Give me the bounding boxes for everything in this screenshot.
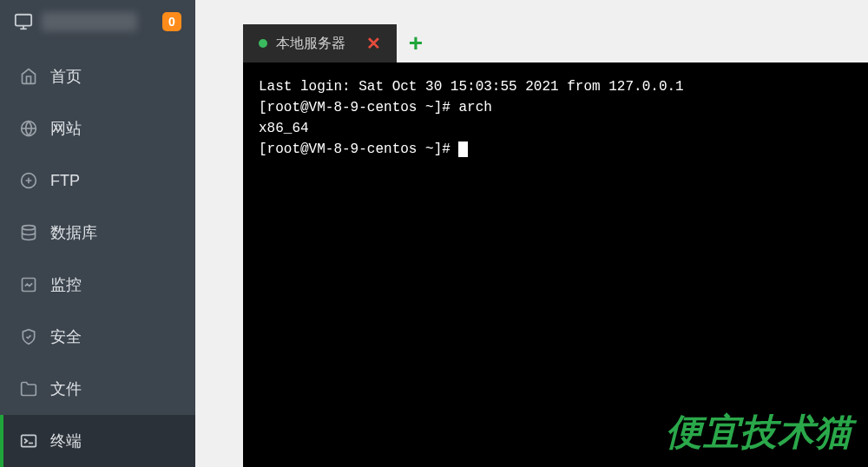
sidebar-item-home[interactable]: 首页 (0, 50, 195, 102)
shield-icon (19, 328, 38, 345)
svg-rect-8 (22, 435, 36, 446)
globe-icon (19, 120, 38, 137)
terminal-prompt: [root@VM-8-9-centos ~]# (259, 141, 458, 157)
add-tab-button[interactable]: + (397, 24, 435, 62)
chart-icon (19, 276, 38, 293)
terminal-line: Last login: Sat Oct 30 15:03:55 2021 fro… (259, 79, 684, 95)
sidebar-item-security[interactable]: 安全 (0, 311, 195, 363)
sidebar-item-monitor[interactable]: 监控 (0, 259, 195, 311)
database-icon (19, 224, 38, 241)
terminal-cursor (458, 141, 468, 157)
sidebar-item-ftp[interactable]: FTP (0, 155, 195, 207)
sidebar-item-terminal[interactable]: 终端 (0, 415, 195, 467)
sidebar-item-website[interactable]: 网站 (0, 102, 195, 155)
sidebar-item-label: 安全 (50, 326, 82, 347)
monitor-icon (14, 12, 33, 31)
tab-label: 本地服务器 (276, 35, 345, 53)
main-content: 本地服务器 ✕ + Last login: Sat Oct 30 15:03:5… (195, 0, 868, 467)
sidebar: 0 首页 网站 FTP (0, 0, 195, 467)
sidebar-header: 0 (0, 0, 195, 43)
tab-local-server[interactable]: 本地服务器 ✕ (243, 24, 397, 62)
terminal-icon (19, 432, 38, 450)
svg-rect-0 (16, 15, 31, 26)
sidebar-item-label: 文件 (50, 378, 82, 399)
sidebar-item-label: 监控 (50, 274, 82, 295)
terminal-line: [root@VM-8-9-centos ~]# arch (259, 100, 492, 115)
sidebar-nav: 首页 网站 FTP 数据库 (0, 43, 195, 467)
tab-bar: 本地服务器 ✕ + (243, 24, 868, 62)
sidebar-item-label: 首页 (50, 66, 82, 87)
sidebar-item-database[interactable]: 数据库 (0, 207, 195, 259)
home-icon (19, 68, 38, 85)
ftp-icon (19, 172, 38, 189)
folder-icon (19, 380, 38, 398)
sidebar-item-label: FTP (50, 172, 80, 190)
sidebar-item-label: 数据库 (50, 222, 97, 243)
status-dot-icon (259, 39, 267, 48)
terminal-line: x86_64 (259, 121, 309, 136)
sidebar-item-label: 终端 (50, 431, 82, 451)
notification-badge[interactable]: 0 (162, 12, 181, 31)
close-icon[interactable]: ✕ (366, 33, 381, 54)
svg-point-6 (23, 226, 36, 230)
sidebar-item-files[interactable]: 文件 (0, 363, 195, 415)
sidebar-item-label: 网站 (50, 118, 82, 139)
header-title-blurred (42, 12, 137, 31)
terminal-output[interactable]: Last login: Sat Oct 30 15:03:55 2021 fro… (243, 62, 868, 467)
